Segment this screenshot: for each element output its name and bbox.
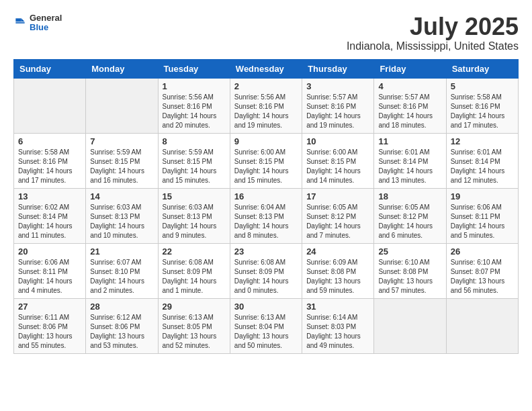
svg-rect-2 — [15, 22, 24, 24]
weekday-header-tuesday: Tuesday — [158, 59, 230, 78]
day-number: 13 — [18, 191, 81, 201]
day-info: Sunrise: 6:05 AM Sunset: 8:12 PM Dayligh… — [306, 203, 369, 240]
calendar-cell: 1Sunrise: 5:56 AM Sunset: 8:16 PM Daylig… — [158, 78, 230, 133]
title-area: July 2025 Indianola, Mississippi, United… — [347, 13, 519, 52]
calendar-header-row: SundayMondayTuesdayWednesdayThursdayFrid… — [14, 59, 519, 78]
calendar-cell: 28Sunrise: 6:12 AM Sunset: 8:06 PM Dayli… — [86, 298, 158, 353]
calendar-week-row: 20Sunrise: 6:06 AM Sunset: 8:11 PM Dayli… — [14, 243, 519, 298]
calendar-cell: 22Sunrise: 6:08 AM Sunset: 8:09 PM Dayli… — [158, 243, 230, 298]
calendar-cell: 10Sunrise: 6:00 AM Sunset: 8:15 PM Dayli… — [302, 133, 374, 188]
day-number: 7 — [90, 136, 153, 146]
day-info: Sunrise: 5:59 AM Sunset: 8:15 PM Dayligh… — [163, 148, 226, 185]
day-info: Sunrise: 5:58 AM Sunset: 8:16 PM Dayligh… — [18, 148, 81, 185]
day-info: Sunrise: 6:10 AM Sunset: 8:07 PM Dayligh… — [451, 258, 514, 295]
day-info: Sunrise: 6:08 AM Sunset: 8:09 PM Dayligh… — [163, 258, 226, 295]
svg-rect-1 — [15, 19, 21, 22]
calendar-cell: 4Sunrise: 5:57 AM Sunset: 8:16 PM Daylig… — [374, 78, 446, 133]
day-info: Sunrise: 6:01 AM Sunset: 8:14 PM Dayligh… — [378, 148, 441, 185]
day-info: Sunrise: 6:07 AM Sunset: 8:10 PM Dayligh… — [90, 258, 153, 295]
day-number: 3 — [306, 81, 369, 91]
day-number: 5 — [451, 81, 514, 91]
logo-icon — [13, 16, 27, 30]
calendar-cell: 6Sunrise: 5:58 AM Sunset: 8:16 PM Daylig… — [14, 133, 86, 188]
calendar-cell: 29Sunrise: 6:13 AM Sunset: 8:05 PM Dayli… — [158, 298, 230, 353]
day-info: Sunrise: 5:58 AM Sunset: 8:16 PM Dayligh… — [451, 93, 514, 130]
calendar-cell: 20Sunrise: 6:06 AM Sunset: 8:11 PM Dayli… — [14, 243, 86, 298]
weekday-header-sunday: Sunday — [14, 59, 86, 78]
calendar-cell: 15Sunrise: 6:03 AM Sunset: 8:13 PM Dayli… — [158, 188, 230, 243]
calendar-week-row: 13Sunrise: 6:02 AM Sunset: 8:14 PM Dayli… — [14, 188, 519, 243]
day-info: Sunrise: 6:09 AM Sunset: 8:08 PM Dayligh… — [306, 258, 369, 295]
calendar-cell: 5Sunrise: 5:58 AM Sunset: 8:16 PM Daylig… — [446, 78, 518, 133]
day-info: Sunrise: 6:13 AM Sunset: 8:05 PM Dayligh… — [163, 313, 226, 351]
calendar-cell — [374, 298, 446, 353]
day-info: Sunrise: 6:02 AM Sunset: 8:14 PM Dayligh… — [18, 203, 81, 240]
calendar-cell: 30Sunrise: 6:13 AM Sunset: 8:04 PM Dayli… — [230, 298, 302, 353]
day-number: 31 — [306, 302, 369, 312]
calendar-cell: 24Sunrise: 6:09 AM Sunset: 8:08 PM Dayli… — [302, 243, 374, 298]
day-info: Sunrise: 5:56 AM Sunset: 8:16 PM Dayligh… — [163, 93, 226, 130]
day-info: Sunrise: 6:00 AM Sunset: 8:15 PM Dayligh… — [306, 148, 369, 185]
calendar-cell: 12Sunrise: 6:01 AM Sunset: 8:14 PM Dayli… — [446, 133, 518, 188]
calendar-cell: 2Sunrise: 5:56 AM Sunset: 8:16 PM Daylig… — [230, 78, 302, 133]
calendar-subtitle: Indianola, Mississippi, United States — [347, 40, 519, 52]
calendar-cell — [86, 78, 158, 133]
day-number: 18 — [378, 191, 441, 201]
day-number: 8 — [163, 136, 226, 146]
day-number: 1 — [163, 81, 226, 91]
day-info: Sunrise: 6:00 AM Sunset: 8:15 PM Dayligh… — [234, 148, 298, 185]
calendar-cell: 3Sunrise: 5:57 AM Sunset: 8:16 PM Daylig… — [302, 78, 374, 133]
day-info: Sunrise: 6:14 AM Sunset: 8:03 PM Dayligh… — [306, 313, 369, 351]
weekday-header-wednesday: Wednesday — [230, 59, 302, 78]
day-number: 15 — [163, 191, 226, 201]
calendar-cell: 11Sunrise: 6:01 AM Sunset: 8:14 PM Dayli… — [374, 133, 446, 188]
day-number: 11 — [378, 136, 441, 146]
weekday-header-friday: Friday — [374, 59, 446, 78]
day-info: Sunrise: 6:13 AM Sunset: 8:04 PM Dayligh… — [234, 313, 298, 351]
calendar-cell: 23Sunrise: 6:08 AM Sunset: 8:09 PM Dayli… — [230, 243, 302, 298]
day-number: 23 — [234, 246, 298, 257]
logo-text: General Blue — [30, 13, 62, 33]
day-number: 20 — [18, 246, 81, 257]
day-number: 27 — [18, 302, 81, 312]
logo-line1: General — [30, 13, 62, 23]
calendar-week-row: 1Sunrise: 5:56 AM Sunset: 8:16 PM Daylig… — [14, 78, 519, 133]
day-number: 16 — [234, 191, 298, 201]
calendar-cell: 16Sunrise: 6:04 AM Sunset: 8:13 PM Dayli… — [230, 188, 302, 243]
calendar-cell: 27Sunrise: 6:11 AM Sunset: 8:06 PM Dayli… — [14, 298, 86, 353]
day-info: Sunrise: 6:12 AM Sunset: 8:06 PM Dayligh… — [90, 313, 153, 351]
weekday-header-thursday: Thursday — [302, 59, 374, 78]
day-number: 30 — [234, 302, 298, 312]
logo: General Blue — [13, 13, 62, 33]
day-number: 2 — [234, 81, 298, 91]
calendar-cell: 9Sunrise: 6:00 AM Sunset: 8:15 PM Daylig… — [230, 133, 302, 188]
day-number: 10 — [306, 136, 369, 146]
day-number: 6 — [18, 136, 81, 146]
day-info: Sunrise: 6:03 AM Sunset: 8:13 PM Dayligh… — [163, 203, 226, 240]
day-number: 21 — [90, 246, 153, 257]
calendar-cell: 17Sunrise: 6:05 AM Sunset: 8:12 PM Dayli… — [302, 188, 374, 243]
day-number: 12 — [451, 136, 514, 146]
day-number: 17 — [306, 191, 369, 201]
day-info: Sunrise: 6:08 AM Sunset: 8:09 PM Dayligh… — [234, 258, 298, 295]
day-info: Sunrise: 5:59 AM Sunset: 8:15 PM Dayligh… — [90, 148, 153, 185]
logo-line2: Blue — [30, 23, 62, 32]
calendar-cell: 21Sunrise: 6:07 AM Sunset: 8:10 PM Dayli… — [86, 243, 158, 298]
day-number: 28 — [90, 302, 153, 312]
day-number: 19 — [451, 191, 514, 201]
calendar-cell: 19Sunrise: 6:06 AM Sunset: 8:11 PM Dayli… — [446, 188, 518, 243]
calendar-cell: 7Sunrise: 5:59 AM Sunset: 8:15 PM Daylig… — [86, 133, 158, 188]
day-info: Sunrise: 6:04 AM Sunset: 8:13 PM Dayligh… — [234, 203, 298, 240]
calendar-cell: 31Sunrise: 6:14 AM Sunset: 8:03 PM Dayli… — [302, 298, 374, 353]
calendar-cell: 8Sunrise: 5:59 AM Sunset: 8:15 PM Daylig… — [158, 133, 230, 188]
day-info: Sunrise: 5:57 AM Sunset: 8:16 PM Dayligh… — [378, 93, 441, 130]
calendar-cell: 25Sunrise: 6:10 AM Sunset: 8:08 PM Dayli… — [374, 243, 446, 298]
calendar-table: SundayMondayTuesdayWednesdayThursdayFrid… — [13, 59, 519, 354]
calendar-cell: 26Sunrise: 6:10 AM Sunset: 8:07 PM Dayli… — [446, 243, 518, 298]
calendar-week-row: 6Sunrise: 5:58 AM Sunset: 8:16 PM Daylig… — [14, 133, 519, 188]
day-number: 25 — [378, 246, 441, 257]
day-info: Sunrise: 6:03 AM Sunset: 8:13 PM Dayligh… — [90, 203, 153, 240]
weekday-header-saturday: Saturday — [446, 59, 518, 78]
day-info: Sunrise: 6:10 AM Sunset: 8:08 PM Dayligh… — [378, 258, 441, 295]
day-info: Sunrise: 5:57 AM Sunset: 8:16 PM Dayligh… — [306, 93, 369, 130]
